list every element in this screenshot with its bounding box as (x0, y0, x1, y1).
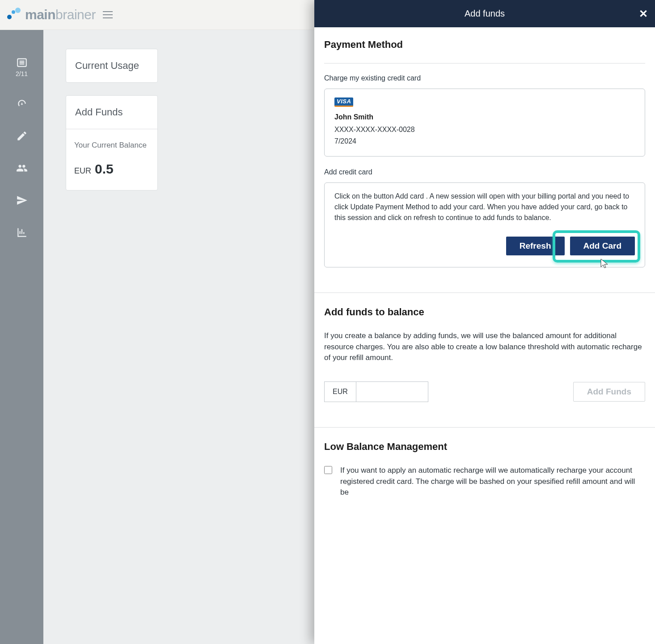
close-icon[interactable]: ✕ (639, 8, 648, 20)
sidebar-item-reports[interactable] (16, 227, 28, 238)
balance-label: Your Current Balance (74, 141, 149, 150)
amount-currency: EUR (325, 382, 356, 402)
existing-card-label: Charge my existing credit card (324, 74, 645, 82)
sidebar: 2/11 (0, 30, 43, 644)
section-divider (314, 292, 655, 293)
current-usage-title: Current Usage (66, 49, 157, 82)
card-number: XXXX-XXXX-XXXX-0028 (334, 126, 635, 134)
add-funds-title: Add Funds (66, 96, 157, 129)
list-icon (16, 57, 28, 68)
add-funds-card: Add Funds Your Current Balance EUR 0.5 (66, 95, 158, 191)
add-funds-description: If you create a balance by adding funds,… (324, 330, 645, 364)
amount-input-group: EUR (324, 381, 428, 402)
refresh-button[interactable]: Refresh (506, 237, 565, 255)
auto-recharge-label: If you want to apply an automatic rechar… (340, 465, 645, 498)
current-usage-card: Current Usage (66, 49, 158, 83)
card-brand-icon: VISA (334, 97, 353, 107)
logo-wordmark: mainbrainer (25, 7, 96, 22)
auto-recharge-checkbox[interactable] (324, 466, 332, 474)
add-funds-section-title: Add funds to balance (324, 306, 645, 318)
sidebar-item-users[interactable] (16, 162, 28, 174)
sidebar-counter: 2/11 (16, 70, 28, 77)
menu-toggle-icon[interactable] (103, 11, 113, 18)
balance-currency: EUR (74, 166, 91, 176)
card-expiry: 7/2024 (334, 137, 635, 145)
logo[interactable]: mainbrainer (5, 7, 96, 23)
add-card-button[interactable]: Add Card (570, 237, 635, 255)
amount-input[interactable] (356, 382, 428, 402)
add-funds-panel: Add funds ✕ Payment Method Charge my exi… (314, 0, 655, 644)
paper-plane-icon (16, 195, 28, 206)
add-card-instructions: Click on the button Add card . A new ses… (334, 191, 635, 223)
divider (324, 63, 645, 64)
gauge-icon (16, 98, 28, 110)
cardholder-name: John Smith (334, 113, 635, 121)
payment-method-title: Payment Method (324, 39, 645, 51)
panel-header: Add funds ✕ (314, 0, 655, 27)
add-funds-button[interactable]: Add Funds (573, 382, 645, 402)
sidebar-item-dashboard[interactable] (16, 98, 28, 110)
sidebar-item-edit[interactable] (16, 130, 28, 142)
existing-card-box[interactable]: VISA John Smith XXXX-XXXX-XXXX-0028 7/20… (324, 89, 645, 157)
sidebar-item-steps[interactable]: 2/11 (16, 57, 28, 77)
logo-icon (5, 7, 21, 23)
panel-title: Add funds (465, 8, 505, 19)
sidebar-item-send[interactable] (16, 195, 28, 206)
pencil-icon (16, 130, 28, 142)
add-card-box: Click on the button Add card . A new ses… (324, 182, 645, 267)
chart-icon (16, 227, 28, 238)
section-divider-2 (314, 427, 655, 428)
cursor-icon (599, 258, 610, 269)
people-icon (16, 162, 28, 174)
balance-value: 0.5 (95, 161, 114, 177)
low-balance-title: Low Balance Management (324, 441, 645, 453)
add-card-label: Add credit card (324, 168, 645, 176)
